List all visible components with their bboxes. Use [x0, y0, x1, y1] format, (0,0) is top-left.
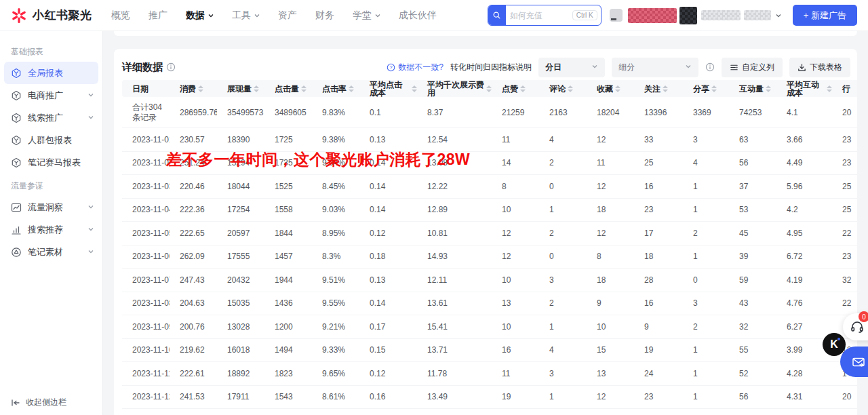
table-cell: 21259: [492, 108, 539, 117]
table-cell: 16018: [217, 345, 264, 355]
table-cell: 8: [492, 182, 539, 191]
table-cell: 56: [729, 158, 776, 167]
censored-account-name: [628, 8, 677, 23]
search-icon[interactable]: [488, 5, 506, 26]
sort-icon[interactable]: [301, 85, 307, 92]
feedback-mail-button[interactable]: [840, 347, 868, 377]
table-cell: 23: [634, 205, 683, 214]
nav-item[interactable]: 资产: [278, 9, 297, 22]
column-header[interactable]: 点击率: [312, 85, 359, 93]
column-header[interactable]: 平均点击成本: [359, 81, 417, 97]
nav-item[interactable]: 成长伙伴: [399, 9, 437, 22]
table-cell: 10: [492, 322, 539, 332]
sidebar-item[interactable]: 电商推广: [0, 84, 102, 106]
sort-icon[interactable]: [615, 85, 620, 92]
sort-icon[interactable]: [254, 85, 259, 92]
account-avatar[interactable]: [610, 9, 623, 22]
table-cell: 32: [729, 322, 776, 332]
column-header[interactable]: 收藏: [587, 85, 634, 93]
table-cell: 合计304条记录: [122, 102, 170, 123]
sort-icon[interactable]: [349, 85, 354, 92]
table-cell: 19: [634, 345, 683, 355]
column-header[interactable]: 分享: [683, 85, 729, 93]
table-cell: 1725: [264, 135, 312, 144]
table-cell: 23: [832, 158, 857, 167]
sort-icon[interactable]: [486, 85, 492, 92]
column-header[interactable]: 消费: [170, 85, 217, 93]
new-ad-button[interactable]: + 新建广告: [793, 5, 857, 26]
table-row: 2023-11-04222.361725415589.03%0.1412.891…: [122, 199, 857, 222]
column-header[interactable]: 平均互动成本: [776, 81, 832, 97]
nav-item[interactable]: 概览: [111, 9, 130, 22]
sidebar-item[interactable]: 笔记素材: [0, 241, 102, 263]
table-cell: 2023-11-07: [122, 275, 170, 285]
sort-icon[interactable]: [412, 85, 417, 92]
table-cell: 13.61: [417, 298, 492, 308]
sidebar-item[interactable]: 人群包报表: [0, 129, 102, 151]
table-cell: 222.61: [170, 369, 217, 378]
column-header[interactable]: 点赞: [492, 85, 539, 93]
brand[interactable]: 小红书聚光: [0, 7, 102, 24]
table-row: 2023-11-06262.091755514578.3%0.1814.9312…: [122, 245, 857, 269]
sidebar-item[interactable]: 流量洞察: [0, 196, 102, 218]
table-cell: 1: [683, 369, 729, 378]
nav-item[interactable]: 工具: [232, 9, 260, 22]
table-cell: 0.17: [359, 322, 417, 332]
download-table-button[interactable]: 下载表格: [789, 58, 850, 77]
nav-item[interactable]: 数据: [186, 9, 214, 22]
column-header[interactable]: 展现量: [217, 85, 264, 93]
table-cell: 19: [492, 392, 539, 401]
table-cell: 20: [832, 392, 857, 401]
column-header[interactable]: 评论: [539, 85, 587, 93]
info-icon[interactable]: [166, 62, 176, 72]
search-input[interactable]: [506, 11, 572, 20]
sort-icon[interactable]: [198, 85, 203, 92]
sidebar-item[interactable]: 笔记赛马报表: [0, 151, 102, 174]
granularity-select[interactable]: 分日: [538, 58, 605, 77]
brand-float-avatar[interactable]: K: [823, 333, 846, 356]
column-header[interactable]: 平均千次展示费用: [417, 81, 492, 97]
sidebar-item[interactable]: 全局报表: [4, 62, 98, 84]
sort-icon[interactable]: [711, 85, 717, 92]
sort-icon[interactable]: [827, 85, 832, 92]
table-cell: 10: [492, 275, 539, 285]
sort-icon[interactable]: [568, 85, 573, 92]
sidebar-item-label: 电商推广: [28, 90, 63, 102]
segment-select[interactable]: 细分: [612, 58, 698, 77]
segment-info-icon[interactable]: [705, 62, 715, 72]
nav-item[interactable]: 学堂: [353, 9, 380, 22]
card-header: 详细数据 ? 数据不一致? 转化时间归因指标说明 分日: [114, 49, 857, 80]
table-row: 2023-11-10219.621601814949.33%0.1513.711…: [122, 339, 857, 363]
table-cell: 9.51%: [312, 275, 359, 285]
collapse-sidebar-button[interactable]: 收起侧边栏: [11, 397, 66, 408]
table-cell: 63: [729, 135, 776, 144]
table-cell: 0.15: [359, 345, 417, 355]
report-icon: [11, 68, 22, 79]
column-header[interactable]: 点击量: [264, 85, 312, 93]
column-header[interactable]: 互动量: [729, 85, 776, 93]
account-switcher[interactable]: [623, 7, 782, 24]
sort-icon[interactable]: [663, 85, 668, 92]
table-cell: 3: [683, 298, 729, 308]
trend-icon: [11, 202, 22, 213]
table-cell: 0.1: [359, 108, 417, 117]
column-header[interactable]: 关注: [634, 85, 683, 93]
app-window: 小红书聚光 概览推广数据工具资产财务学堂成长伙伴 Ctrl K +: [0, 0, 868, 415]
table-cell: 25: [832, 182, 857, 191]
nav-item[interactable]: 财务: [315, 9, 334, 22]
table-cell: 23: [634, 392, 683, 401]
table-cell: 4.76: [776, 298, 832, 308]
table-cell: 286959.76: [170, 108, 217, 117]
search-box[interactable]: Ctrl K: [488, 5, 601, 26]
sort-icon[interactable]: [766, 85, 771, 92]
customize-columns-button[interactable]: 自定义列: [722, 58, 783, 77]
table-cell: 23: [832, 135, 857, 144]
data-inconsistent-link[interactable]: ? 数据不一致?: [387, 62, 443, 73]
table-cell: 4: [683, 158, 729, 167]
sidebar-item[interactable]: 线索推广: [0, 106, 102, 129]
sidebar-item[interactable]: 搜索推荐: [0, 218, 102, 241]
sort-icon[interactable]: [520, 85, 526, 92]
table-cell: 37: [729, 182, 776, 191]
nav-item[interactable]: 推广: [149, 9, 167, 22]
table-cell: 12: [492, 252, 539, 261]
